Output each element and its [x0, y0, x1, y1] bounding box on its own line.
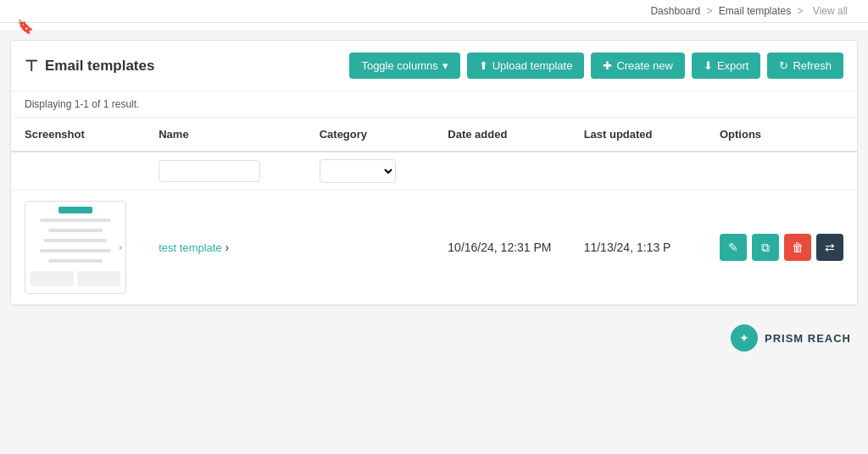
filter-row	[11, 152, 857, 191]
toolbar: Toggle columns ▾ ⬆ Upload template ✚ Cre…	[349, 53, 843, 79]
top-bar: Dashboard > Email templates > View all	[0, 0, 868, 23]
page-header: ⊤ Email templates Toggle columns ▾ ⬆ Upl…	[11, 41, 857, 91]
footer: ✦ PRISM REACH	[0, 314, 868, 362]
col-options: Options	[706, 118, 857, 152]
filter-updated-cell	[570, 152, 706, 191]
upload-template-label: Upload template	[492, 59, 573, 72]
col-category: Category	[306, 118, 435, 152]
filter-options-cell	[706, 152, 857, 191]
screenshot-cell: ›	[11, 191, 145, 305]
options-cell: ✎ ⧉ 🗑 ⇄	[706, 191, 857, 305]
edit-icon: ✎	[728, 241, 738, 254]
toggle-columns-label: Toggle columns	[361, 59, 437, 72]
plus-icon: ✚	[603, 59, 612, 72]
date-added-cell: 10/16/24, 12:31 PM	[434, 191, 570, 305]
filter-category-cell	[306, 152, 435, 191]
thumb-line-5	[48, 259, 103, 263]
page-title: Email templates	[45, 58, 154, 75]
thumb-line-4	[40, 249, 112, 252]
filter-name-input[interactable]	[159, 160, 260, 182]
name-arrow-icon: ›	[225, 241, 230, 254]
thumb-content	[25, 202, 125, 293]
options-buttons: ✎ ⧉ 🗑 ⇄	[720, 234, 843, 261]
name-cell: test template ›	[145, 191, 305, 305]
copy-icon: ⧉	[761, 241, 770, 255]
table-wrapper: Screenshot Name Category Date added Last…	[11, 118, 857, 305]
refresh-button[interactable]: ↻ Refresh	[767, 53, 843, 79]
result-info: Displaying 1-1 of 1 result.	[11, 91, 857, 118]
refresh-label: Refresh	[793, 59, 832, 72]
logo-area: ✦ PRISM REACH	[731, 324, 851, 352]
export-button[interactable]: ⬇ Export	[692, 53, 761, 79]
page-title-area: ⊤ Email templates	[25, 57, 154, 75]
filter-date-cell	[434, 152, 570, 191]
thumb-chevron-icon: ›	[119, 241, 122, 253]
thumb-line-1	[40, 219, 112, 222]
col-name: Name	[145, 118, 305, 152]
thumb-section	[31, 271, 120, 286]
last-updated-cell: 11/13/24, 1:13 P	[570, 191, 706, 305]
thumb-line-2	[48, 229, 103, 232]
toggle-columns-button[interactable]: Toggle columns ▾	[349, 53, 459, 79]
filter-category-select[interactable]	[320, 159, 396, 183]
col-date-added: Date added	[434, 118, 570, 152]
refresh-icon: ↻	[779, 59, 788, 72]
chevron-down-icon: ▾	[442, 59, 448, 72]
table-header-row: Screenshot Name Category Date added Last…	[11, 118, 857, 152]
main-content: ⊤ Email templates Toggle columns ▾ ⬆ Upl…	[10, 40, 858, 306]
breadcrumb-current: View all	[813, 5, 848, 17]
create-new-button[interactable]: ✚ Create new	[591, 53, 684, 79]
edit-button[interactable]: ✎	[720, 234, 747, 261]
page-title-icon: ⊤	[25, 57, 38, 75]
export-label: Export	[717, 59, 749, 72]
col-last-updated: Last updated	[570, 118, 706, 152]
upload-icon: ⬆	[479, 59, 488, 72]
thumb-header-bar	[58, 207, 92, 213]
trash-icon: 🗑	[792, 241, 804, 254]
logo-icon: ✦	[731, 324, 758, 352]
table-row: › test template › 10/16/24, 12:31 PM 11/…	[11, 191, 857, 305]
bookmark-bar: 🔖	[0, 23, 868, 31]
share-button[interactable]: ⇄	[816, 234, 843, 261]
thumb-block-2	[77, 271, 120, 286]
upload-template-button[interactable]: ⬆ Upload template	[467, 53, 585, 79]
template-name-link[interactable]: test template	[159, 241, 221, 254]
bookmark-icon: 🔖	[17, 20, 34, 34]
create-new-label: Create new	[616, 59, 672, 72]
logo-text: PRISM REACH	[765, 332, 851, 345]
export-icon: ⬇	[704, 59, 713, 72]
screenshot-thumb[interactable]: ›	[25, 201, 126, 294]
share-icon: ⇄	[825, 241, 835, 254]
filter-screenshot-cell	[11, 152, 145, 191]
thumb-line-3	[44, 239, 107, 242]
logo-symbol: ✦	[739, 331, 749, 345]
breadcrumb: Dashboard > Email templates > View all	[650, 5, 851, 17]
copy-button[interactable]: ⧉	[752, 234, 779, 261]
result-count: Displaying 1-1 of 1 result.	[25, 98, 139, 110]
filter-name-cell	[145, 152, 305, 191]
breadcrumb-section[interactable]: Email templates	[719, 5, 791, 17]
thumb-block-1	[31, 271, 74, 286]
delete-button[interactable]: 🗑	[784, 234, 811, 261]
col-screenshot: Screenshot	[11, 118, 145, 152]
email-templates-table: Screenshot Name Category Date added Last…	[11, 118, 857, 305]
category-cell	[306, 191, 435, 305]
breadcrumb-home[interactable]: Dashboard	[650, 5, 700, 17]
